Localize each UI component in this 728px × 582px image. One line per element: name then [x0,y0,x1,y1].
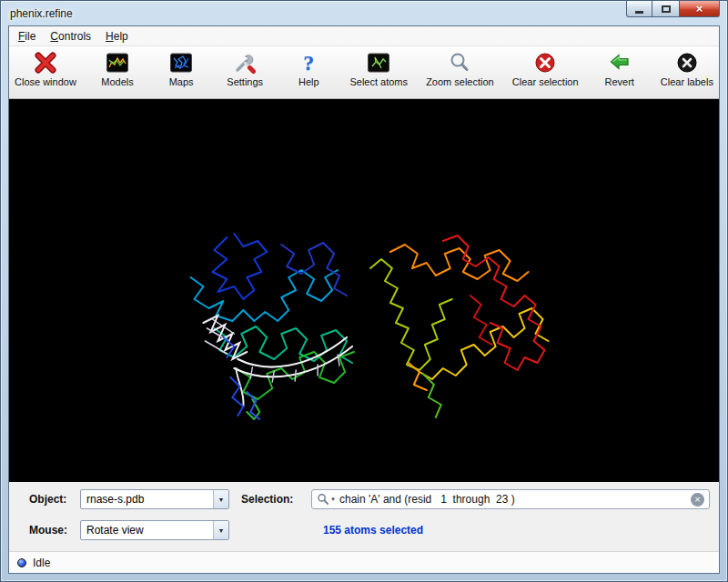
clear-selection-icon [533,49,557,76]
object-label: Object: [29,493,66,506]
select-atoms-icon [367,49,390,76]
object-combobox-value: rnase-s.pdb [81,490,213,508]
status-text: Idle [33,557,50,569]
maximize-button[interactable] [652,1,679,17]
chevron-down-icon: ▼ [213,521,228,539]
close-window-icon [34,49,57,76]
maximize-icon [662,5,671,13]
zoom-selection-icon [448,49,471,76]
revert-icon [608,49,632,76]
molecule-viewport[interactable] [9,99,719,482]
controls-panel: Object: rnase-s.pdb ▼ Selection: ▼ × Mou… [9,482,719,551]
minimize-icon [635,11,643,14]
close-icon: × [696,3,703,15]
toolbar-select-atoms[interactable]: Select atoms [349,49,408,98]
models-icon [106,49,129,76]
titlebar[interactable]: phenix.refine × [1,1,727,25]
selection-search-field[interactable]: ▼ × [311,489,710,509]
toolbar-close-window[interactable]: Close window [15,49,76,98]
client-area: File Controls Help Close window [8,25,720,574]
statusbar: Idle [9,551,719,573]
toolbar-clear-labels[interactable]: Clear labels [661,49,713,98]
atoms-selected-text: 155 atoms selected [323,524,423,537]
toolbar-maps[interactable]: Maps [158,49,204,98]
clear-labels-icon [675,49,699,76]
search-icon[interactable] [317,493,329,506]
toolbar-settings[interactable]: Settings [222,49,268,98]
mouse-label: Mouse: [29,524,67,537]
settings-icon [233,49,257,76]
toolbar-revert[interactable]: Revert [597,49,642,98]
minimize-button[interactable] [626,1,652,17]
menu-item-help[interactable]: Help [98,27,136,45]
clear-search-icon[interactable]: × [691,493,704,507]
toolbar-zoom-selection[interactable]: Zoom selection [426,49,494,98]
window-controls: × [626,1,720,17]
maps-icon [169,49,193,76]
menu-item-controls[interactable]: Controls [43,27,98,45]
menubar: File Controls Help [9,26,719,46]
chevron-down-icon: ▼ [213,490,228,508]
selection-input[interactable] [336,493,691,506]
close-button[interactable]: × [679,1,720,17]
window-title: phenix.refine [10,7,73,20]
toolbar-clear-selection[interactable]: Clear selection [512,49,579,98]
status-led-icon [17,558,26,567]
mouse-combobox[interactable]: Rotate view ▼ [80,520,229,540]
molecule-canvas [9,99,719,482]
toolbar-help[interactable]: ? Help [286,49,331,98]
selection-label: Selection: [241,493,293,506]
menu-item-file[interactable]: File [11,27,43,45]
phenix-refine-window: phenix.refine × File Controls Help [0,0,728,582]
help-icon: ? [303,49,314,76]
object-combobox[interactable]: rnase-s.pdb ▼ [80,489,229,509]
mouse-combobox-value: Rotate view [81,521,213,539]
toolbar: Close window Models [9,46,719,99]
toolbar-models[interactable]: Models [95,49,140,98]
